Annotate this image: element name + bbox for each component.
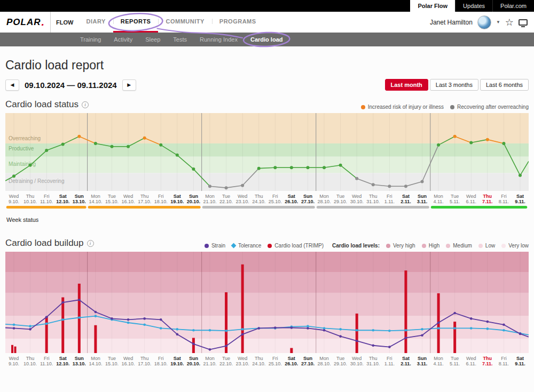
- trimp-bar[interactable]: [11, 345, 13, 353]
- strain-point[interactable]: [127, 318, 130, 321]
- status-data-point[interactable]: [208, 185, 211, 188]
- strain-point[interactable]: [61, 301, 64, 304]
- toptab-polar-com[interactable]: Polar.com: [492, 0, 534, 12]
- subnav-item-training[interactable]: Training: [80, 36, 101, 43]
- strain-point[interactable]: [307, 327, 309, 330]
- trimp-bar[interactable]: [356, 314, 358, 353]
- trimp-bar[interactable]: [45, 317, 48, 353]
- strain-point[interactable]: [111, 317, 113, 320]
- subnav-item-activity[interactable]: Activity: [114, 36, 132, 43]
- strain-point[interactable]: [257, 327, 260, 330]
- status-data-point[interactable]: [176, 154, 179, 157]
- status-data-point[interactable]: [61, 142, 65, 146]
- range-button-last-3-months[interactable]: Last 3 months: [430, 79, 478, 91]
- status-data-point[interactable]: [453, 135, 457, 138]
- tolerance-point[interactable]: [502, 329, 505, 332]
- strain-point[interactable]: [13, 327, 15, 330]
- tolerance-point[interactable]: [241, 328, 244, 331]
- trimp-bar[interactable]: [241, 265, 244, 353]
- tolerance-point[interactable]: [453, 327, 456, 330]
- tolerance-point[interactable]: [13, 324, 15, 326]
- star-icon[interactable]: ☆: [505, 17, 514, 28]
- trimp-bar[interactable]: [225, 292, 227, 353]
- nav-item-programs[interactable]: PROGRAMS: [212, 12, 264, 33]
- status-data-point[interactable]: [45, 149, 48, 152]
- status-data-point[interactable]: [404, 185, 407, 188]
- subnav-item-sleep[interactable]: Sleep: [145, 36, 160, 43]
- strain-point[interactable]: [160, 318, 162, 321]
- monitor-icon[interactable]: [519, 19, 528, 26]
- status-data-point[interactable]: [12, 174, 15, 178]
- toptab-updates[interactable]: Updates: [455, 0, 492, 12]
- strain-point[interactable]: [29, 328, 32, 331]
- status-data-point[interactable]: [519, 174, 522, 177]
- tolerance-point[interactable]: [486, 327, 489, 330]
- strain-point[interactable]: [78, 299, 81, 301]
- strain-point[interactable]: [470, 317, 473, 320]
- info-icon[interactable]: i: [87, 240, 94, 247]
- tolerance-point[interactable]: [470, 327, 473, 330]
- tolerance-point[interactable]: [356, 329, 358, 332]
- strain-point[interactable]: [388, 346, 391, 348]
- trimp-bar[interactable]: [290, 348, 293, 354]
- strain-point[interactable]: [95, 311, 97, 314]
- strain-point[interactable]: [437, 322, 440, 324]
- prev-period-button[interactable]: ◀: [5, 79, 19, 91]
- tolerance-point[interactable]: [388, 330, 391, 332]
- trimp-bar[interactable]: [453, 322, 456, 353]
- status-data-point[interactable]: [159, 143, 162, 147]
- strain-point[interactable]: [339, 335, 342, 338]
- tolerance-point[interactable]: [176, 328, 179, 331]
- status-data-point[interactable]: [502, 142, 505, 145]
- tolerance-point[interactable]: [192, 329, 195, 332]
- nav-item-reports[interactable]: REPORTS: [113, 12, 159, 33]
- status-data-point[interactable]: [486, 138, 489, 141]
- status-data-point[interactable]: [421, 180, 424, 183]
- strain-point[interactable]: [225, 345, 227, 347]
- strain-point[interactable]: [176, 333, 179, 336]
- nav-item-diary[interactable]: DIARY: [78, 12, 113, 33]
- tolerance-point[interactable]: [143, 324, 146, 326]
- next-period-button[interactable]: ▶: [122, 79, 136, 91]
- status-data-point[interactable]: [273, 166, 277, 169]
- status-data-point[interactable]: [355, 177, 358, 180]
- tolerance-point[interactable]: [61, 318, 64, 321]
- status-data-point[interactable]: [192, 167, 195, 171]
- tolerance-point[interactable]: [29, 325, 32, 327]
- status-data-point[interactable]: [339, 164, 342, 167]
- strain-point[interactable]: [323, 329, 326, 332]
- status-data-point[interactable]: [388, 185, 391, 188]
- trimp-bar[interactable]: [14, 347, 17, 353]
- strain-point[interactable]: [421, 334, 423, 337]
- status-data-point[interactable]: [290, 166, 293, 169]
- status-data-point[interactable]: [77, 135, 81, 138]
- strain-point[interactable]: [356, 340, 358, 342]
- status-data-point[interactable]: [469, 141, 473, 144]
- status-data-point[interactable]: [437, 143, 440, 147]
- strain-point[interactable]: [519, 333, 522, 335]
- tolerance-point[interactable]: [160, 327, 162, 330]
- strain-point[interactable]: [274, 326, 277, 329]
- tolerance-point[interactable]: [405, 329, 407, 332]
- trimp-bar[interactable]: [192, 338, 195, 354]
- tolerance-point[interactable]: [339, 328, 342, 331]
- status-data-point[interactable]: [306, 166, 309, 169]
- status-data-point[interactable]: [143, 137, 146, 140]
- status-data-point[interactable]: [29, 164, 32, 167]
- strain-point[interactable]: [502, 324, 505, 326]
- toptab-polar-flow[interactable]: Polar Flow: [410, 0, 455, 12]
- status-data-point[interactable]: [241, 184, 244, 187]
- tolerance-point[interactable]: [209, 329, 211, 332]
- strain-point[interactable]: [453, 312, 456, 315]
- tolerance-point[interactable]: [372, 329, 374, 332]
- strain-point[interactable]: [405, 337, 407, 339]
- tolerance-point[interactable]: [45, 323, 48, 325]
- tolerance-point[interactable]: [95, 315, 97, 317]
- subnav-item-running-index[interactable]: Running Index: [200, 36, 238, 43]
- status-data-point[interactable]: [323, 166, 326, 169]
- strain-point[interactable]: [143, 317, 146, 320]
- chevron-down-icon[interactable]: ▼: [496, 20, 500, 25]
- avatar[interactable]: [477, 15, 491, 29]
- strain-point[interactable]: [372, 344, 374, 347]
- strain-point[interactable]: [209, 348, 211, 351]
